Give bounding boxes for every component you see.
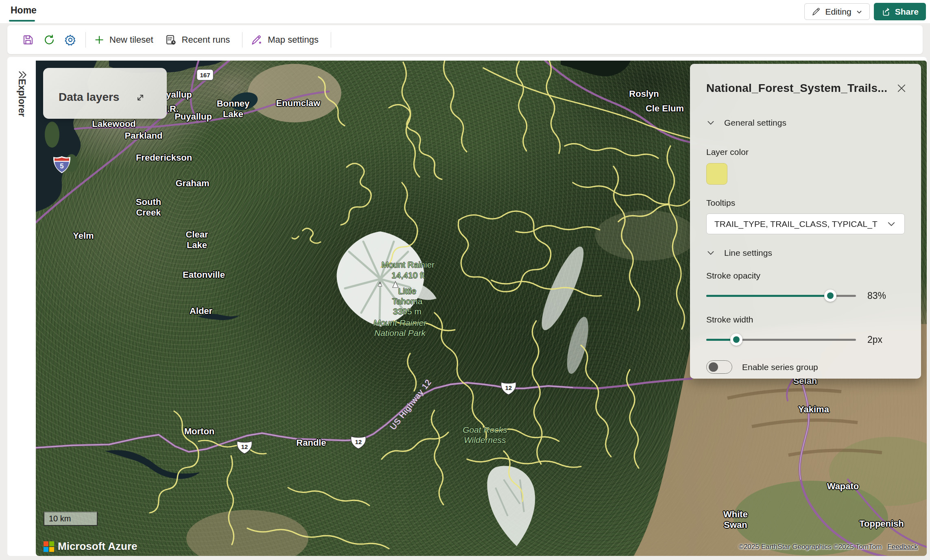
share-icon [881,7,892,17]
toolbar-divider [85,32,86,48]
toolbar-divider [242,32,242,48]
line-settings-label: Line settings [724,248,772,258]
general-settings-label: General settings [724,118,786,128]
scale-label: 10 km [49,514,71,523]
stroke-opacity-label: Stroke opacity [706,271,905,281]
tooltips-label: Tooltips [706,198,905,208]
toolbar-divider [331,32,331,48]
stroke-width-slider[interactable] [706,333,856,346]
trails-layer [150,61,692,549]
azure-logo-text: Microsoft Azure [58,540,138,553]
azure-logo: Microsoft Azure [44,540,138,553]
map-canvas[interactable]: 167 5 12 12 12 Lakewood Parkland Puyallu… [36,61,927,556]
map-settings-button[interactable]: Map settings [251,34,319,46]
snow-goat-rocks [487,466,535,546]
water-bodies [36,61,631,479]
stroke-opacity-value: 83% [867,290,886,301]
stroke-width-label: Stroke width [706,315,905,325]
share-button[interactable]: Share [874,3,926,20]
editing-label: Editing [825,7,851,17]
expand-data-layers-button[interactable] [135,92,146,105]
map-settings-label: Map settings [268,35,319,45]
close-panel-button[interactable] [896,83,907,95]
tab-home[interactable]: Home [11,5,37,16]
new-tileset-button[interactable]: New tileset [94,35,153,45]
microsoft-logo-icon [44,541,54,552]
enable-series-group-label: Enable series group [742,362,818,372]
new-tileset-label: New tileset [109,35,153,45]
layer-settings-panel: National_Forest_System_Trails... General… [690,64,921,379]
diagonal-expand-icon [135,92,146,103]
snow-rainier [337,231,437,327]
stroke-opacity-slider[interactable] [706,290,856,302]
chevron-down-icon [706,248,715,257]
save-button[interactable] [21,33,35,47]
pencil-icon [811,7,821,17]
feedback-link[interactable]: Feedback [887,543,918,551]
main-content: Explorer [7,57,927,556]
stroke-width-value: 2px [867,334,882,345]
save-icon [22,34,34,46]
settings-button[interactable] [63,33,77,47]
refresh-icon [43,34,55,46]
explorer-title: Explorer [16,79,27,117]
explorer-sidebar: Explorer [7,61,36,556]
panel-title: National_Forest_System_Trails... [706,82,887,95]
map-scale-bar: 10 km [44,512,98,526]
data-layers-card[interactable]: Data layers [43,68,167,119]
toolbar: New tileset Recent runs Map settings [7,25,923,54]
share-label: Share [895,7,919,17]
refresh-button[interactable] [42,33,56,47]
add-icon [94,35,105,45]
tooltips-dropdown[interactable]: TRAIL_TYPE, TRAIL_CLASS, TYPICAL_T [706,214,905,234]
section-general-settings[interactable]: General settings [706,118,905,128]
chevron-down-icon [856,8,863,15]
recent-runs-icon [165,34,177,46]
tooltips-selected-value: TRAIL_TYPE, TRAIL_CLASS, TYPICAL_T [714,219,878,229]
chevron-down-icon [886,219,896,229]
layer-color-label: Layer color [706,147,905,157]
enable-series-group-toggle[interactable] [706,360,732,374]
map-attribution: ©2025 EarthStar Geographics ©2025 TomTom… [739,543,918,551]
copyright-text: ©2025 EarthStar Geographics ©2025 TomTom [739,543,882,551]
close-icon [896,83,907,94]
chevron-down-icon [706,118,715,127]
app-header: Home Editing Share [0,0,930,23]
tab-underline [9,20,35,22]
gear-icon [64,34,76,46]
editing-mode-button[interactable]: Editing [804,3,869,20]
recent-runs-button[interactable]: Recent runs [165,34,230,46]
toggle-knob [709,362,718,372]
section-line-settings[interactable]: Line settings [706,248,905,258]
layer-color-swatch[interactable] [706,163,727,185]
map-settings-icon [251,34,263,46]
recent-runs-label: Recent runs [182,35,230,45]
data-layers-title: Data layers [59,91,119,104]
